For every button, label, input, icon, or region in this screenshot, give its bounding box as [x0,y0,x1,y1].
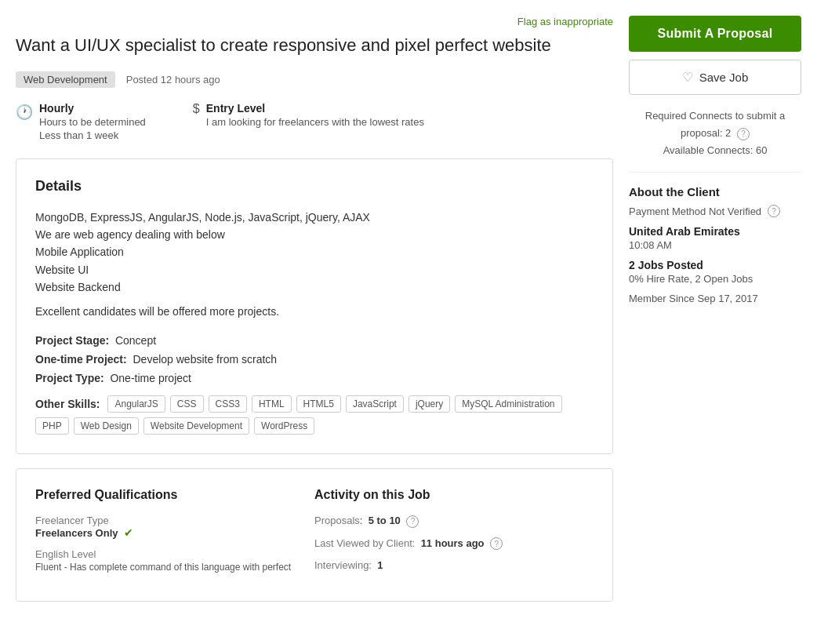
entry-level-item: $ Entry Level I am looking for freelance… [193,102,424,141]
one-time-row: One-time Project: Develop website from s… [35,353,594,366]
qualifications-title: Preferred Qualifications [35,488,299,502]
connects-available-text: Available Connects: 60 [663,144,768,156]
client-time: 10:08 AM [629,239,801,251]
job-title: Want a UI/UX specialist to create respon… [16,34,613,57]
project-stage-label: Project Stage: [35,334,109,347]
skill-tag[interactable]: Web Design [74,417,139,435]
connects-box: Required Connects to submit a proposal: … [629,107,801,173]
skill-tag[interactable]: CSS3 [209,395,247,413]
details-title: Details [35,178,594,195]
activity-title: Activity on this Job [314,488,578,502]
heart-icon: ♡ [682,70,693,85]
save-job-button[interactable]: ♡ Save Job [629,60,801,95]
skill-tag[interactable]: WordPress [254,417,314,435]
last-viewed-row: Last Viewed by Client: 11 hours ago ? [314,537,578,551]
client-country: United Arab Emirates [629,225,801,238]
freelancer-type-row: Freelancer Type Freelancers Only ✔ [35,515,299,539]
english-level-value: Fluent - Has complete command of this la… [35,562,299,573]
proposals-label: Proposals [314,515,360,526]
skill-tag[interactable]: PHP [35,417,69,435]
skill-tag[interactable]: Website Development [143,417,249,435]
posted-time: Posted 12 hours ago [126,74,220,86]
client-jobs-posted: 2 Jobs Posted [629,259,801,271]
client-hire-rate: 0% Hire Rate, 2 Open Jobs [629,273,801,285]
job-description: MongoDB, ExpressJS, AngularJS, Node.js, … [35,209,594,320]
project-type-value: One-time project [110,372,191,384]
interviewing-value: 1 [377,559,383,571]
skills-row: Other Skills: AngularJS CSS CSS3 HTML HT… [35,395,594,435]
dollar-icon: $ [193,102,200,116]
freelancer-type-label: Freelancer Type [35,515,299,526]
meta-row: Web Development Posted 12 hours ago [16,71,613,88]
skill-tag[interactable]: CSS [170,395,204,413]
payment-sub2: Less than 1 week [39,129,146,141]
skill-tag[interactable]: MySQL Administration [455,395,561,413]
client-section: About the Client Payment Method Not Veri… [629,185,801,304]
save-job-label: Save Job [699,71,749,84]
payment-not-verified: Payment Method Not Verified ? [629,205,801,217]
english-level-label: English Level [35,548,299,560]
entry-sub: I am looking for freelancers with the lo… [206,116,424,128]
client-section-title: About the Client [629,185,801,198]
last-viewed-info-icon[interactable]: ? [490,537,503,550]
one-time-label: One-time Project: [35,353,127,366]
payment-row: 🕐 Hourly Hours to be determined Less tha… [16,102,613,141]
check-icon: ✔ [124,526,133,539]
project-stage-row: Project Stage: Concept [35,334,594,347]
payment-sub1: Hours to be determined [39,116,146,128]
submit-proposal-button[interactable]: Submit A Proposal [629,16,801,52]
project-type-row: Project Type: One-time project [35,372,594,384]
one-time-value: Develop website from scratch [133,353,277,366]
client-member-since: Member Since Sep 17, 2017 [629,293,801,304]
skill-tag[interactable]: jQuery [408,395,450,413]
project-info: Project Stage: Concept One-time Project:… [35,334,594,384]
skill-tag[interactable]: HTML [252,395,292,413]
connects-required-text: Required Connects to submit a proposal: … [645,110,785,139]
qualifications-card: Preferred Qualifications Freelancer Type… [16,468,613,602]
details-card: Details MongoDB, ExpressJS, AngularJS, N… [16,158,613,454]
skills-label: Other Skills: [35,398,100,410]
english-level-row: English Level Fluent - Has complete comm… [35,548,299,573]
category-tag[interactable]: Web Development [16,71,115,88]
connects-info-icon[interactable]: ? [737,128,750,140]
proposals-info-icon[interactable]: ? [406,515,419,528]
sidebar: Submit A Proposal ♡ Save Job Required Co… [629,16,801,602]
project-stage-value: Concept [115,334,156,347]
proposals-row: Proposals: 5 to 10 ? [314,515,578,528]
preferred-qualifications-col: Preferred Qualifications Freelancer Type… [35,488,314,582]
activity-col: Activity on this Job Proposals: 5 to 10 … [314,488,594,582]
payment-verified-text: Payment Method Not Verified [629,206,761,217]
interviewing-row: Interviewing: 1 [314,559,578,571]
clock-icon: 🕐 [16,104,33,121]
entry-level-title: Entry Level [206,102,424,115]
project-type-label: Project Type: [35,372,104,384]
flag-inappropriate-link[interactable]: Flag as inappropriate [517,16,613,27]
payment-type: Hourly [39,102,146,115]
skill-tag[interactable]: HTML5 [296,395,341,413]
interviewing-label: Interviewing: [314,559,372,571]
skill-tag[interactable]: JavaScript [346,395,404,413]
payment-info-icon[interactable]: ? [768,205,780,217]
freelancer-type-value: Freelancers Only [35,527,118,539]
proposals-value: 5 to 10 [369,515,401,526]
last-viewed-value: 11 hours ago [421,537,485,549]
hourly-item: 🕐 Hourly Hours to be determined Less tha… [16,102,146,141]
last-viewed-label: Last Viewed by Client: [314,537,415,549]
skill-tag[interactable]: AngularJS [107,395,165,413]
